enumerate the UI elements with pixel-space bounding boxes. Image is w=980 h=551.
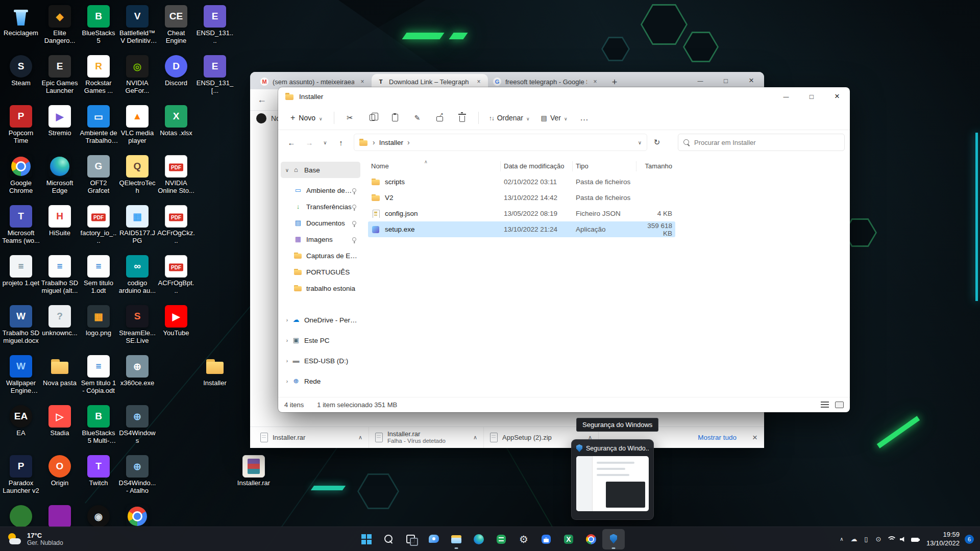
breadcrumb-chevron-icon[interactable] — [407, 138, 410, 146]
column-header-type[interactable]: Tipo — [573, 161, 636, 171]
taskbar-chrome[interactable] — [580, 529, 602, 549]
desktop-icon[interactable]: ◆ Elite Dangero... — [41, 5, 79, 45]
paste-button[interactable] — [384, 109, 406, 127]
sidebar-item[interactable]: Capturas de Ecrã — [281, 247, 360, 264]
chevron-icon[interactable]: ∨ — [283, 167, 291, 173]
taskbar-search[interactable] — [378, 529, 400, 549]
desktop-icon[interactable]: R Rockstar Games ... — [80, 55, 117, 95]
minimize-button[interactable] — [773, 87, 799, 106]
sidebar-item[interactable]: trabalho estonia — [281, 280, 360, 296]
maximize-button[interactable] — [713, 72, 739, 89]
tab-close-icon[interactable] — [591, 78, 599, 86]
desktop-icon[interactable]: Google Chrome — [2, 155, 40, 195]
desktop-icon[interactable]: EA EA — [2, 405, 40, 437]
breadcrumb-segment[interactable]: Installer — [379, 139, 403, 146]
desktop-icon[interactable]: W Trabalho SD miguel.docx — [2, 305, 40, 345]
desktop-icon[interactable]: Q QElectroTech — [118, 155, 156, 195]
volume-icon[interactable] — [897, 532, 909, 546]
sidebar-item[interactable]: › ⊕ Rede — [281, 373, 360, 389]
sidebar-item[interactable]: › ☁ OneDrive - Personal — [281, 312, 360, 328]
desktop-icon[interactable] — [41, 505, 79, 528]
taskbar-green-app[interactable] — [490, 529, 512, 549]
desktop-icon[interactable]: ⊕ x360ce.exe — [118, 355, 156, 387]
taskbar-edge[interactable] — [468, 529, 490, 549]
desktop-icon[interactable]: CE Cheat Engine — [157, 5, 195, 45]
minimize-button[interactable] — [688, 72, 713, 89]
details-view-icon[interactable] — [821, 402, 829, 408]
column-header-size[interactable]: Tamanho — [636, 161, 675, 171]
desktop-icon[interactable]: T Twitch — [80, 455, 117, 487]
sidebar-item[interactable]: ▤ Documentos — [281, 215, 360, 231]
chevron-up-icon[interactable] — [473, 434, 477, 441]
taskbar-windows-security[interactable] — [602, 529, 625, 549]
desktop-icon[interactable]: ? unknownc... — [41, 305, 79, 337]
desktop-icon[interactable]: D Discord — [157, 55, 195, 87]
desktop-icon[interactable]: ACFrOgCkz... — [157, 205, 195, 245]
desktop-icon[interactable]: ◉ — [80, 505, 117, 528]
desktop-icon[interactable]: V Battlefield™ V Definitive n... — [118, 5, 156, 45]
address-dropdown-icon[interactable] — [638, 140, 642, 145]
desktop-icon[interactable]: ∞ codigo arduino au... — [118, 255, 156, 295]
more-options-button[interactable] — [573, 109, 595, 127]
taskbar-task-view[interactable] — [400, 529, 423, 549]
view-button[interactable]: Ver — [536, 110, 573, 126]
desktop-icon[interactable]: E Epic Games Launcher — [41, 55, 79, 95]
sidebar-item[interactable]: › ▣ Este PC — [281, 332, 360, 348]
desktop-icon[interactable] — [2, 505, 40, 528]
show-all-button[interactable]: Mostrar tudo — [689, 434, 746, 441]
large-icons-view-icon[interactable] — [835, 402, 844, 408]
usb-icon[interactable]: ▯ — [860, 532, 872, 546]
hidden-icons-chevron[interactable]: ∧ — [836, 532, 848, 546]
desktop-icon[interactable]: S StreamEle... SE.Live — [118, 305, 156, 345]
desktop-icon[interactable]: S Steam — [2, 55, 40, 87]
new-button[interactable]: Novo — [284, 109, 329, 127]
chevron-icon[interactable]: › — [283, 317, 291, 323]
refresh-button[interactable] — [649, 134, 665, 151]
taskbar-file-explorer[interactable] — [445, 529, 468, 549]
breadcrumb[interactable]: Installer — [354, 134, 647, 151]
notification-badge[interactable]: 6 — [965, 535, 974, 544]
desktop-icon[interactable]: H HiSuite — [41, 205, 79, 237]
rename-button[interactable] — [407, 109, 428, 127]
desktop-icon[interactable]: Microsoft Edge — [41, 155, 79, 195]
download-item[interactable]: Installer.rar Falha - Vírus detetado — [369, 427, 484, 448]
copy-button[interactable] — [362, 109, 383, 127]
file-row[interactable]: V2 13/10/2022 14:42 Pasta de ficheiros — [368, 190, 675, 206]
desktop-icon[interactable]: X Notas .xlsx — [157, 105, 195, 137]
desktop-icon[interactable]: Installer.rar — [235, 455, 273, 487]
weather-widget[interactable]: 17°C Ger. Nublado — [0, 527, 70, 551]
wifi-icon[interactable] — [885, 532, 897, 546]
clock[interactable]: 19:59 13/10/2022 — [926, 531, 960, 547]
desktop-icon[interactable]: ▦ RAID5177.JPG — [118, 205, 156, 245]
sidebar-item[interactable]: ▦ Imagens — [281, 231, 360, 247]
onedrive-icon[interactable]: ☁ — [848, 532, 860, 546]
recent-locations-button[interactable] — [319, 134, 331, 151]
taskbar-preview-flyout[interactable]: Segurança do Windo... — [571, 439, 654, 520]
sort-button[interactable]: Ordenar — [484, 110, 535, 126]
sidebar-item[interactable]: ▭ Ambiente de tra... — [281, 182, 360, 198]
battery-icon[interactable] — [909, 532, 921, 546]
mic-icon[interactable]: ⊙ — [872, 532, 885, 546]
sidebar-item[interactable]: › ▬ ESD-USB (D:) — [281, 353, 360, 369]
forward-button[interactable] — [301, 134, 317, 151]
desktop-icon[interactable]: O Origin — [41, 455, 79, 487]
desktop-icon[interactable]: ⊕ DS4Windows — [118, 405, 156, 445]
sidebar-item[interactable]: ∨ ⌂ Base — [281, 162, 360, 178]
desktop-icon[interactable]: Nova pasta — [41, 355, 79, 387]
up-button[interactable] — [333, 134, 349, 151]
tab-close-icon[interactable] — [358, 78, 366, 86]
sidebar-item[interactable]: PORTUGUÊS — [281, 264, 360, 280]
chevron-icon[interactable]: › — [283, 379, 291, 384]
desktop-icon[interactable]: ▲ VLC media player — [118, 105, 156, 145]
desktop-icon[interactable]: E ENSD_131_[... — [196, 55, 234, 95]
file-row[interactable]: scripts 02/10/2022 03:11 Pasta de fichei… — [368, 174, 675, 190]
desktop-icon[interactable]: ⊕ DS4Windo... - Atalho — [118, 455, 156, 495]
desktop-icon[interactable]: P Paradox Launcher v2 — [2, 455, 40, 495]
desktop-icon[interactable]: ≡ Sem titulo 1.odt — [80, 255, 117, 295]
cut-button[interactable] — [339, 109, 361, 127]
desktop-icon[interactable]: ▷ Stadia — [41, 405, 79, 437]
taskbar-store[interactable] — [535, 529, 557, 549]
share-button[interactable] — [429, 109, 451, 127]
maximize-button[interactable] — [799, 87, 824, 106]
desktop-icon[interactable]: ACFrOgBpt... — [157, 255, 195, 295]
